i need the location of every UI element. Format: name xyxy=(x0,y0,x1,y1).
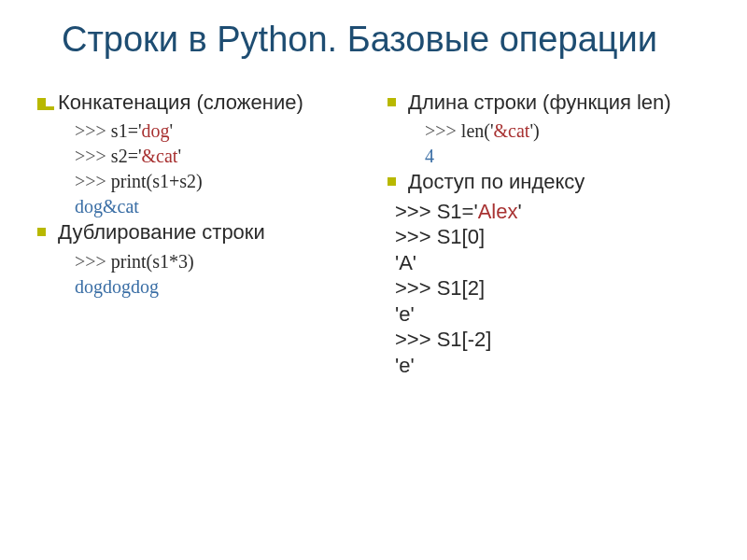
prompt: >>> xyxy=(395,276,437,300)
prompt: >>> xyxy=(75,171,111,191)
output-index-2: 'e' xyxy=(388,301,710,328)
code-index-2: >>> S1[2] xyxy=(388,275,710,301)
output-index-neg2: 'e' xyxy=(388,353,710,379)
prompt: >>> xyxy=(395,200,437,223)
code-s1-assign: >>> s1='dog' xyxy=(37,119,359,144)
code-s2-assign: >>> s2='&cat' xyxy=(37,144,359,169)
code-text: S1[0] xyxy=(437,225,485,248)
string-value: dog xyxy=(142,120,170,141)
slide-content: Конкатенация (сложение) >>> s1='dog' >>>… xyxy=(37,90,710,379)
output-index-0: 'A' xyxy=(388,250,710,276)
code-text: S1=' xyxy=(437,200,478,223)
code-print-concat: >>> print(s1+s2) xyxy=(37,169,359,194)
bullet-length: Длина строки (функция len) xyxy=(388,90,710,116)
output-concat: dog&cat xyxy=(37,194,359,219)
string-value: Alex xyxy=(478,200,518,223)
slide-title: Строки в Python. Базовые операции xyxy=(62,19,710,62)
bullet-concatenation: Конкатенация (сложение) xyxy=(37,90,359,116)
string-value: &cat xyxy=(142,146,178,166)
string-value: &cat xyxy=(494,120,530,141)
prompt: >>> xyxy=(75,146,111,166)
code-close: ' xyxy=(177,146,181,166)
code-s1-alex: >>> S1='Alex' xyxy=(388,199,710,225)
prompt: >>> xyxy=(75,120,111,141)
code-text: s1=' xyxy=(111,120,142,141)
slide-title-area: Строки в Python. Базовые операции xyxy=(37,19,710,62)
code-text: print(s1+s2) xyxy=(111,171,203,191)
left-column: Конкатенация (сложение) >>> s1='dog' >>>… xyxy=(37,90,359,379)
code-len: >>> len('&cat') xyxy=(388,119,710,144)
prompt: >>> xyxy=(395,225,437,248)
output-len: 4 xyxy=(388,144,710,169)
code-text: print(s1*3) xyxy=(111,251,194,272)
code-index-0: >>> S1[0] xyxy=(388,224,710,250)
prompt: >>> xyxy=(395,328,437,351)
code-text: s2=' xyxy=(111,146,142,166)
code-close: ' xyxy=(517,200,521,223)
bullet-duplication: Дублирование строки xyxy=(37,219,359,245)
prompt: >>> xyxy=(75,251,111,272)
code-text: S1[2] xyxy=(437,276,485,300)
code-close: ') xyxy=(529,120,539,141)
code-print-repeat: >>> print(s1*3) xyxy=(37,249,359,274)
code-text: len(' xyxy=(461,120,494,141)
output-repeat: dogdogdog xyxy=(37,274,359,300)
code-index-neg2: >>> S1[-2] xyxy=(388,327,710,353)
code-close: ' xyxy=(170,120,174,141)
right-column: Длина строки (функция len) >>> len('&cat… xyxy=(388,90,710,379)
code-text: S1[-2] xyxy=(437,328,492,351)
bullet-index-access: Доступ по индексу xyxy=(388,169,710,195)
prompt: >>> xyxy=(425,120,461,141)
